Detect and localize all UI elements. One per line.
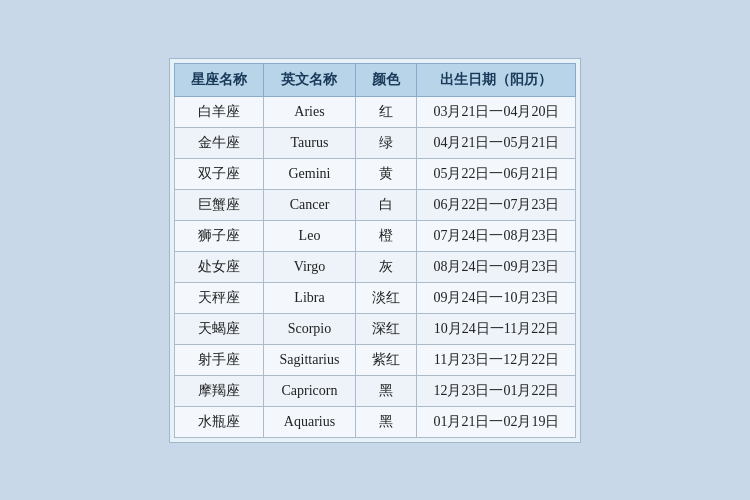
table-cell: 黑 xyxy=(356,406,417,437)
table-cell: Aries xyxy=(263,96,356,127)
table-cell: Taurus xyxy=(263,127,356,158)
table-cell: 06月22日一07月23日 xyxy=(417,189,576,220)
table-cell: Scorpio xyxy=(263,313,356,344)
table-cell: 绿 xyxy=(356,127,417,158)
table-cell: 天秤座 xyxy=(174,282,263,313)
table-cell: 紫红 xyxy=(356,344,417,375)
table-cell: 天蝎座 xyxy=(174,313,263,344)
table-cell: 巨蟹座 xyxy=(174,189,263,220)
table-cell: Cancer xyxy=(263,189,356,220)
table-cell: Sagittarius xyxy=(263,344,356,375)
table-header-cell: 星座名称 xyxy=(174,63,263,96)
table-cell: 黄 xyxy=(356,158,417,189)
table-header-cell: 颜色 xyxy=(356,63,417,96)
table-cell: 10月24日一11月22日 xyxy=(417,313,576,344)
table-cell: 白 xyxy=(356,189,417,220)
table-cell: 摩羯座 xyxy=(174,375,263,406)
table-cell: 处女座 xyxy=(174,251,263,282)
table-cell: 03月21日一04月20日 xyxy=(417,96,576,127)
table-row: 处女座Virgo灰08月24日一09月23日 xyxy=(174,251,576,282)
table-cell: 黑 xyxy=(356,375,417,406)
table-cell: 07月24日一08月23日 xyxy=(417,220,576,251)
table-cell: 淡红 xyxy=(356,282,417,313)
table-cell: Aquarius xyxy=(263,406,356,437)
table-cell: 双子座 xyxy=(174,158,263,189)
table-row: 天蝎座Scorpio深红10月24日一11月22日 xyxy=(174,313,576,344)
table-row: 摩羯座Capricorn黑12月23日一01月22日 xyxy=(174,375,576,406)
table-cell: 金牛座 xyxy=(174,127,263,158)
table-cell: Libra xyxy=(263,282,356,313)
table-cell: 04月21日一05月21日 xyxy=(417,127,576,158)
table-cell: 灰 xyxy=(356,251,417,282)
table-cell: Capricorn xyxy=(263,375,356,406)
table-row: 巨蟹座Cancer白06月22日一07月23日 xyxy=(174,189,576,220)
table-cell: 09月24日一10月23日 xyxy=(417,282,576,313)
zodiac-table: 星座名称英文名称颜色出生日期（阳历） 白羊座Aries红03月21日一04月20… xyxy=(174,63,577,438)
table-cell: 水瓶座 xyxy=(174,406,263,437)
table-cell: 01月21日一02月19日 xyxy=(417,406,576,437)
table-row: 天秤座Libra淡红09月24日一10月23日 xyxy=(174,282,576,313)
table-cell: Virgo xyxy=(263,251,356,282)
table-cell: Leo xyxy=(263,220,356,251)
zodiac-table-container: 星座名称英文名称颜色出生日期（阳历） 白羊座Aries红03月21日一04月20… xyxy=(169,58,582,443)
table-cell: 深红 xyxy=(356,313,417,344)
table-cell: 05月22日一06月21日 xyxy=(417,158,576,189)
table-cell: 08月24日一09月23日 xyxy=(417,251,576,282)
table-header-cell: 英文名称 xyxy=(263,63,356,96)
table-row: 狮子座Leo橙07月24日一08月23日 xyxy=(174,220,576,251)
table-header-row: 星座名称英文名称颜色出生日期（阳历） xyxy=(174,63,576,96)
table-cell: Gemini xyxy=(263,158,356,189)
table-cell: 11月23日一12月22日 xyxy=(417,344,576,375)
table-cell: 红 xyxy=(356,96,417,127)
table-cell: 射手座 xyxy=(174,344,263,375)
table-header-cell: 出生日期（阳历） xyxy=(417,63,576,96)
table-row: 水瓶座Aquarius黑01月21日一02月19日 xyxy=(174,406,576,437)
table-cell: 狮子座 xyxy=(174,220,263,251)
table-row: 射手座Sagittarius紫红11月23日一12月22日 xyxy=(174,344,576,375)
table-row: 金牛座Taurus绿04月21日一05月21日 xyxy=(174,127,576,158)
table-cell: 12月23日一01月22日 xyxy=(417,375,576,406)
table-row: 双子座Gemini黄05月22日一06月21日 xyxy=(174,158,576,189)
table-cell: 橙 xyxy=(356,220,417,251)
table-cell: 白羊座 xyxy=(174,96,263,127)
table-row: 白羊座Aries红03月21日一04月20日 xyxy=(174,96,576,127)
